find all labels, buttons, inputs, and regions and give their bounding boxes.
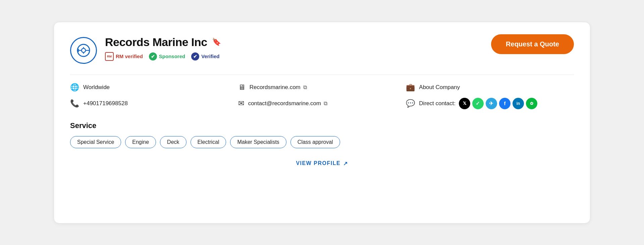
phone-text: +4901719698528 [83, 100, 128, 107]
direct-contact-label: Direct contact: [419, 100, 455, 107]
website-text: Recordsmarine.com [250, 84, 301, 91]
svg-point-1 [82, 48, 86, 52]
view-profile-link[interactable]: VIEW PROFILE ↗ [296, 160, 348, 167]
badge-verified: ✔ Verified [191, 52, 219, 60]
email-icon: ✉ [238, 99, 244, 108]
monitor-icon: 🖥 [238, 83, 246, 92]
info-grid: 🌐 Worldwide 🖥 Recordsmarine.com ⧉ 💼 Abou… [70, 83, 574, 109]
service-tag-electrical[interactable]: Electrical [191, 136, 226, 148]
about-company-item[interactable]: 💼 About Company [406, 83, 574, 92]
location-item: 🌐 Worldwide [70, 83, 238, 92]
phone-icon: 📞 [70, 99, 79, 108]
request-quote-button[interactable]: Request a Quote [491, 34, 574, 54]
direct-contact-row: Direct contact: 𝕏 ✓ ✈ f in ✿ [419, 98, 537, 109]
company-card: Records Marine Inc 🔖 RM RM verified ✔ Sp… [54, 22, 590, 223]
wechat-button[interactable]: ✿ [526, 98, 537, 109]
telegram-button[interactable]: ✈ [486, 98, 497, 109]
facebook-button[interactable]: f [499, 98, 511, 109]
email-link[interactable]: contact@recordsmarine.com ⧉ [248, 100, 328, 107]
service-tag-deck[interactable]: Deck [160, 136, 186, 148]
service-tags: Special Service Engine Deck Electrical M… [70, 136, 574, 148]
service-tag-special-service[interactable]: Special Service [70, 136, 121, 148]
badge-sponsored: ✔ Sponsored [149, 52, 185, 60]
whatsapp-button[interactable]: ✓ [472, 98, 484, 109]
service-tag-class-approval[interactable]: Class approval [290, 136, 340, 148]
external-link-icon: ↗ [343, 160, 348, 167]
chat-icon: 💬 [406, 99, 415, 108]
verified-icon: ✔ [191, 52, 199, 60]
rm-verified-label: RM verified [116, 53, 143, 59]
phone-item: 📞 +4901719698528 [70, 98, 238, 109]
company-name: Records Marine Inc [105, 36, 207, 49]
twitter-button[interactable]: 𝕏 [459, 98, 470, 109]
verified-label: Verified [201, 53, 219, 59]
social-icons: 𝕏 ✓ ✈ f in ✿ [459, 98, 537, 109]
briefcase-icon: 💼 [406, 83, 415, 92]
view-profile-row: VIEW PROFILE ↗ [70, 160, 574, 167]
bookmark-icon[interactable]: 🔖 [212, 38, 221, 46]
service-tag-maker-specialists[interactable]: Maker Specialists [230, 136, 286, 148]
badge-rm-verified: RM RM verified [105, 52, 143, 61]
direct-contact-item: 💬 Direct contact: 𝕏 ✓ ✈ f in ✿ [406, 98, 574, 109]
email-item: ✉ contact@recordsmarine.com ⧉ [238, 98, 406, 109]
linkedin-button[interactable]: in [513, 98, 524, 109]
website-item: 🖥 Recordsmarine.com ⧉ [238, 83, 406, 92]
location-text: Worldwide [83, 84, 110, 91]
service-section-label: Service [70, 121, 574, 130]
sponsored-label: Sponsored [159, 53, 185, 59]
globe-icon: 🌐 [70, 83, 79, 92]
email-text: contact@recordsmarine.com [248, 100, 321, 107]
sponsored-icon: ✔ [149, 52, 157, 60]
divider-1 [70, 75, 574, 75]
copy-website-icon[interactable]: ⧉ [303, 84, 307, 90]
view-profile-text: VIEW PROFILE [296, 160, 340, 166]
website-link[interactable]: Recordsmarine.com ⧉ [250, 84, 307, 91]
about-company-text: About Company [419, 84, 460, 91]
rm-icon: RM [105, 52, 114, 61]
service-tag-engine[interactable]: Engine [125, 136, 156, 148]
company-logo [70, 37, 97, 64]
copy-email-icon[interactable]: ⧉ [324, 100, 327, 107]
